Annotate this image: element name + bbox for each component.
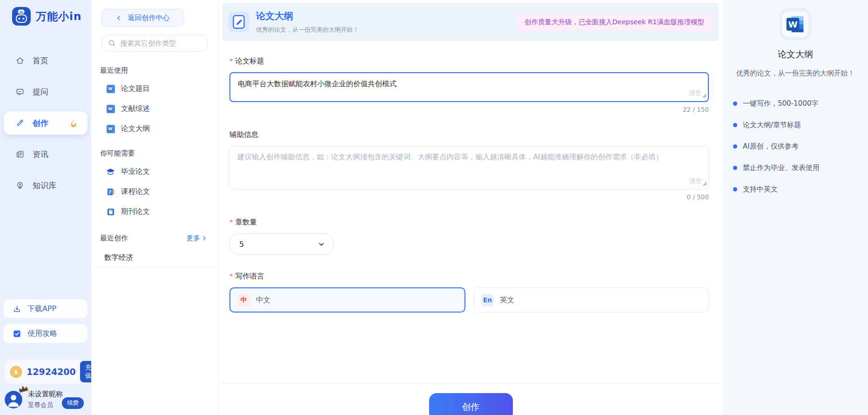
required-marker: *	[229, 272, 233, 281]
chapters-select[interactable]: 5	[229, 233, 334, 255]
section-title-recent-used: 最近使用	[100, 66, 218, 75]
aux-field-label: 辅助信息	[229, 130, 709, 140]
catalog-item-label: 期刊论文	[121, 207, 150, 217]
language-option-english[interactable]: En 英文	[474, 287, 709, 313]
download-icon	[13, 305, 21, 313]
info-panel: W 论文大纲 优秀的论文，从一份完美的大纲开始！ 一键写作，500-1000字 …	[723, 0, 868, 415]
svg-text:W: W	[108, 87, 112, 91]
title-char-counter: 22 / 150	[229, 106, 709, 113]
recent-created-label: 数字经济	[104, 253, 133, 263]
feature-item: 论文大纲/章节标题	[733, 121, 868, 129]
user-row[interactable]: 未设置昵称 至尊会员 续费	[5, 390, 87, 409]
sidebar-item-home[interactable]: 首页	[4, 49, 87, 72]
svg-text:W: W	[108, 107, 112, 111]
sidebar-item-ask[interactable]: 提问	[4, 80, 87, 103]
catalog-item-graduation-thesis[interactable]: 毕业论文	[91, 162, 218, 182]
bullet-dot-icon	[733, 187, 737, 191]
catalog-sidebar: 返回创作中心 最近使用 W 论文题目 W 文献综述 W 论文大纲 你可能需要	[91, 0, 219, 415]
feature-item: 支持中英文	[733, 185, 868, 194]
recent-created-header: 最近创作 更多	[100, 234, 207, 243]
more-link[interactable]: 更多	[187, 234, 207, 243]
word-doc-icon: W	[106, 105, 115, 113]
svg-text:in: in	[20, 10, 23, 14]
main-content: 论文大纲 优秀的论文，从一份完美的大纲开始！ 创作质量大升级，已全面接入Deep…	[219, 0, 723, 415]
page-subtitle: 优秀的论文，从一份完美的大纲开始！	[256, 26, 359, 34]
download-app-button[interactable]: 下载APP	[4, 299, 87, 318]
balance-card: $ 12924200 充值	[5, 360, 87, 384]
word-doc-icon: W	[106, 125, 115, 133]
aux-char-counter: 0 / 500	[229, 193, 709, 201]
catalog-item-literature-review[interactable]: W 文献综述	[91, 99, 218, 119]
feature-item: 禁止作为毕业、发表使用	[733, 163, 868, 172]
bullet-dot-icon	[733, 144, 737, 149]
main-nav: 首页 提问 创作 资讯 知识库	[0, 41, 91, 197]
search-input[interactable]	[120, 39, 210, 48]
more-label: 更多	[187, 234, 200, 243]
user-info: 未设置昵称 至尊会员	[28, 390, 63, 409]
app-logo: in 万能小in	[0, 0, 91, 26]
graduation-cap-icon	[106, 168, 115, 176]
language-label: 英文	[500, 295, 514, 305]
svg-text:W: W	[788, 20, 797, 29]
balance-value: 12924200	[27, 367, 76, 377]
page-header-text: 论文大纲 优秀的论文，从一份完美的大纲开始！	[256, 10, 359, 34]
coin-icon: $	[10, 366, 22, 378]
word-doc-icon: W	[106, 85, 115, 93]
guide-button[interactable]: 使用攻略	[4, 324, 87, 343]
feature-list: 一键写作，500-1000字 论文大纲/章节标题 AI原创，仅供参考 禁止作为毕…	[723, 99, 868, 206]
back-label: 返回创作中心	[128, 14, 170, 22]
bullet-dot-icon	[733, 166, 737, 170]
doc-pen-icon	[229, 12, 249, 32]
catalog-item-label: 文献综述	[121, 104, 150, 114]
search-box[interactable]	[101, 34, 208, 52]
catalog-item-paper-title[interactable]: W 论文题目	[91, 79, 218, 99]
chapters-value: 5	[239, 240, 244, 249]
guide-label: 使用攻略	[27, 329, 57, 339]
chat-icon	[15, 87, 25, 96]
pen-icon	[15, 118, 25, 128]
sidebar-item-create[interactable]: 创作	[4, 111, 87, 135]
resize-handle-icon[interactable]	[702, 179, 707, 188]
resize-handle-icon[interactable]	[702, 91, 707, 100]
news-icon	[15, 150, 25, 159]
panel-subtitle: 优秀的论文，从一份完美的大纲开始！	[736, 69, 855, 78]
sidebar-item-knowledge[interactable]: 知识库	[4, 174, 87, 197]
section-title-maybe-need: 你可能需要	[100, 149, 218, 158]
catalog-item-label: 课程论文	[121, 187, 150, 197]
chevron-left-icon	[116, 15, 122, 21]
page-header: 论文大纲 优秀的论文，从一份完美的大纲开始！ 创作质量大升级，已全面接入Deep…	[222, 3, 719, 41]
title-clear-button[interactable]: 清空	[689, 89, 701, 97]
chevron-down-icon	[318, 241, 325, 248]
language-label: 中文	[256, 295, 270, 305]
page-title: 论文大纲	[256, 10, 359, 22]
chapters-field-label: * 章数量	[229, 218, 709, 227]
feature-item: 一键写作，500-1000字	[733, 99, 868, 108]
title-textarea[interactable]: 电商平台大数据赋能农村小微企业的价值共创模式	[230, 73, 708, 101]
nav-label: 资讯	[33, 149, 48, 160]
recent-created-item[interactable]: 数字经济	[91, 248, 218, 267]
svg-text:W: W	[108, 127, 112, 131]
course-book-icon	[106, 188, 115, 196]
title-field-label: * 论文标题	[229, 56, 709, 66]
catalog-item-label: 论文大纲	[121, 124, 150, 134]
title-field: 电商平台大数据赋能农村小微企业的价值共创模式 清空	[229, 72, 709, 102]
renew-button[interactable]: 续费	[62, 397, 84, 409]
word-logo-icon: W	[782, 11, 808, 37]
catalog-item-label: 论文题目	[121, 84, 150, 94]
nav-label: 首页	[33, 55, 48, 66]
required-marker: *	[229, 218, 233, 227]
language-option-chinese[interactable]: 中 中文	[229, 287, 465, 313]
sidebar-item-news[interactable]: 资讯	[4, 143, 87, 166]
create-button[interactable]: 创作	[429, 393, 513, 415]
catalog-item-journal-paper[interactable]: 期刊论文	[91, 202, 218, 222]
aux-clear-button[interactable]: 清空	[689, 177, 702, 185]
sidebar-bottom: 下载APP 使用攻略 $ 12924200 充值 未设置昵称 至尊会员	[0, 293, 91, 415]
catalog-item-paper-outline[interactable]: W 论文大纲	[91, 119, 218, 139]
upgrade-banner: 创作质量大升级，已全面接入Deepseek R1满血版推理模型	[517, 13, 712, 31]
guide-doc-icon	[13, 329, 21, 338]
section-title-recent-created: 最近创作	[100, 234, 128, 243]
catalog-item-course-paper[interactable]: 课程论文	[91, 182, 218, 202]
journal-icon	[106, 208, 115, 216]
aux-textarea[interactable]	[230, 146, 708, 189]
back-to-center-button[interactable]: 返回创作中心	[101, 9, 184, 27]
